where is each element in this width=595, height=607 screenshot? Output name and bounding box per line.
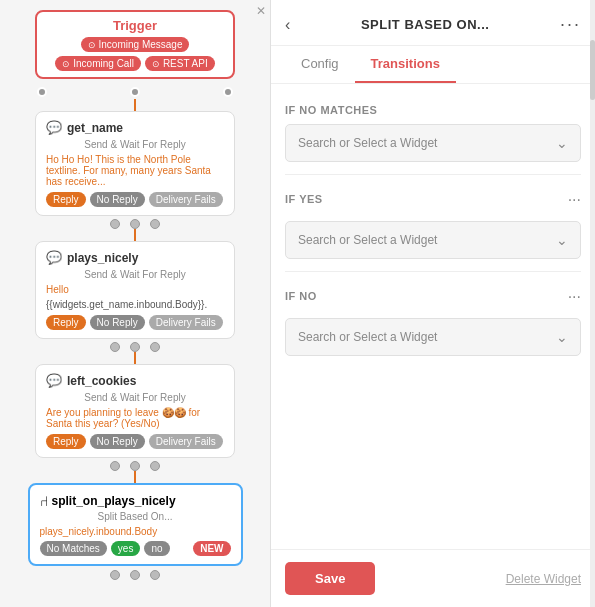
node-split-on-plays-nicely[interactable]: ⑁ split_on_plays_nicely ✕ Split Based On… xyxy=(28,483,243,566)
right-header: ‹ SPLIT BASED ON... ··· xyxy=(271,0,595,46)
scrollbar-track[interactable] xyxy=(590,0,595,607)
delivery-btn: Delivery Fails xyxy=(149,192,223,207)
node-title: left_cookies xyxy=(67,374,136,388)
delivery-btn: Delivery Fails xyxy=(149,434,223,449)
no-reply-btn: No Reply xyxy=(90,192,145,207)
divider xyxy=(285,174,581,175)
trigger-tag-rest-api: REST API xyxy=(145,56,215,71)
connector-dot xyxy=(37,87,47,97)
back-button[interactable]: ‹ xyxy=(285,16,290,34)
dropdown-label: Search or Select a Widget xyxy=(298,233,437,247)
reply-btn: Reply xyxy=(46,434,86,449)
tab-transitions[interactable]: Transitions xyxy=(355,46,456,83)
chat-icon: 💬 xyxy=(46,373,62,388)
node-subtitle: Send & Wait For Reply xyxy=(46,139,224,150)
chevron-down-icon: ⌄ xyxy=(556,232,568,248)
node-text: Are you planning to leave 🍪🍪 for Santa t… xyxy=(46,407,224,429)
split-node-subtitle: Split Based On... xyxy=(40,511,231,522)
dropdown-if-yes[interactable]: Search or Select a Widget ⌄ xyxy=(285,221,581,259)
section-label-if-no: IF NO xyxy=(285,290,317,302)
dropdown-no-matches[interactable]: Search or Select a Widget ⌄ xyxy=(285,124,581,162)
right-footer: Save Delete Widget xyxy=(271,549,595,607)
node-buttons: Reply No Reply Delivery Fails xyxy=(46,315,224,330)
flow-canvas: Trigger Incoming Message Incoming Call R… xyxy=(0,0,270,607)
no-reply-btn: No Reply xyxy=(90,434,145,449)
bottom-dots xyxy=(10,461,260,471)
node-get-name[interactable]: 💬 get_name Send & Wait For Reply Ho Ho H… xyxy=(35,111,235,216)
node-text: Hello xyxy=(46,284,224,295)
no-reply-btn: No Reply xyxy=(90,315,145,330)
scrollbar-thumb[interactable] xyxy=(590,40,595,100)
section-header-if-no: IF NO ··· xyxy=(285,284,581,310)
tab-config[interactable]: Config xyxy=(285,46,355,83)
connector-line xyxy=(134,352,136,364)
chevron-down-icon: ⌄ xyxy=(556,329,568,345)
split-node-buttons: No Matches yes no NEW xyxy=(40,541,231,556)
section-label-no-matches: IF NO MATCHES xyxy=(285,104,581,116)
split-icon: ⑁ xyxy=(40,493,48,509)
split-node-title: split_on_plays_nicely xyxy=(52,494,176,508)
trigger-title: Trigger xyxy=(47,18,223,33)
section-header-if-yes: IF YES ··· xyxy=(285,187,581,213)
node-left-cookies[interactable]: 💬 left_cookies Send & Wait For Reply Are… xyxy=(35,364,235,458)
node-title: plays_nicely xyxy=(67,251,138,265)
delivery-btn: Delivery Fails xyxy=(149,315,223,330)
split-node-body: plays_nicely.inbound.Body xyxy=(40,526,231,537)
tabs: Config Transitions xyxy=(271,46,595,84)
reply-btn: Reply xyxy=(46,192,86,207)
bottom-dots xyxy=(10,219,260,229)
node-body: {{widgets.get_name.inbound.Body}}. xyxy=(46,299,224,310)
connector-line xyxy=(134,471,136,483)
connector-line xyxy=(134,229,136,241)
save-button[interactable]: Save xyxy=(285,562,375,595)
panel-title: SPLIT BASED ON... xyxy=(298,17,552,32)
node-buttons: Reply No Reply Delivery Fails xyxy=(46,434,224,449)
node-subtitle: Send & Wait For Reply xyxy=(46,269,224,280)
node-buttons: Reply No Reply Delivery Fails xyxy=(46,192,224,207)
trigger-tag-incoming-call: Incoming Call xyxy=(55,56,141,71)
close-icon[interactable]: ✕ xyxy=(256,4,266,18)
no-btn: no xyxy=(144,541,169,556)
connector-dot xyxy=(223,87,233,97)
reply-btn: Reply xyxy=(46,315,86,330)
connector-dot xyxy=(130,87,140,97)
section-label-if-yes: IF YES xyxy=(285,193,323,205)
no-matches-btn: No Matches xyxy=(40,541,107,556)
new-badge: NEW xyxy=(193,541,230,556)
delete-widget-link[interactable]: Delete Widget xyxy=(506,572,581,586)
node-plays-nicely[interactable]: 💬 plays_nicely Send & Wait For Reply Hel… xyxy=(35,241,235,339)
chat-icon: 💬 xyxy=(46,120,62,135)
more-options-if-no[interactable]: ··· xyxy=(568,288,581,306)
divider xyxy=(285,271,581,272)
transitions-content: IF NO MATCHES Search or Select a Widget … xyxy=(271,84,595,549)
chat-icon: 💬 xyxy=(46,250,62,265)
connector-line xyxy=(134,99,136,111)
chevron-down-icon: ⌄ xyxy=(556,135,568,151)
bottom-dots xyxy=(10,570,260,580)
dropdown-label: Search or Select a Widget xyxy=(298,136,437,150)
trigger-tag-incoming-message: Incoming Message xyxy=(81,37,190,52)
dropdown-label: Search or Select a Widget xyxy=(298,330,437,344)
node-text: Ho Ho Ho! This is the North Pole textlin… xyxy=(46,154,224,187)
node-subtitle: Send & Wait For Reply xyxy=(46,392,224,403)
more-options-if-yes[interactable]: ··· xyxy=(568,191,581,209)
dropdown-if-no[interactable]: Search or Select a Widget ⌄ xyxy=(285,318,581,356)
node-title: get_name xyxy=(67,121,123,135)
more-options-button[interactable]: ··· xyxy=(560,14,581,35)
trigger-tags: Incoming Message Incoming Call REST API xyxy=(47,37,223,71)
yes-btn: yes xyxy=(111,541,141,556)
right-panel: ‹ SPLIT BASED ON... ··· Config Transitio… xyxy=(270,0,595,607)
bottom-dots xyxy=(10,342,260,352)
trigger-box[interactable]: Trigger Incoming Message Incoming Call R… xyxy=(35,10,235,79)
